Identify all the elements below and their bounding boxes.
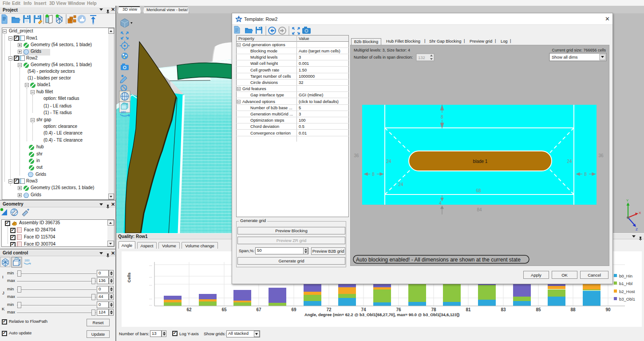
svg-text:90: 90 xyxy=(605,307,611,312)
svg-text:X: X xyxy=(639,211,641,215)
svg-text:360: 360 xyxy=(121,111,126,114)
svg-text:84: 84 xyxy=(477,207,482,212)
svg-text:Angle, degree (min= 62.2 @ b3_: Angle, degree (min= 62.2 @ b3_Obl1[68,27… xyxy=(304,313,459,317)
svg-text:Cells: Cells xyxy=(126,273,131,283)
svg-text:24: 24 xyxy=(567,159,572,164)
svg-text:132: 132 xyxy=(418,55,425,60)
svg-text:8: 8 xyxy=(372,172,375,177)
svg-text:76: 76 xyxy=(396,307,401,312)
svg-text:...: ... xyxy=(149,296,152,300)
svg-text:Multigrid levels: 3, Size fact: Multigrid levels: 3, Size factor: 4 xyxy=(354,48,410,52)
svg-text:68: 68 xyxy=(476,188,481,193)
svg-text:Current grid size: 766656 cell: Current grid size: 766656 cells xyxy=(552,48,606,52)
svg-text:360: 360 xyxy=(24,259,30,262)
svg-text:85: 85 xyxy=(536,307,541,312)
svg-text:36: 36 xyxy=(354,153,359,158)
svg-text:74: 74 xyxy=(361,307,366,312)
svg-text:b2_Host: b2_Host xyxy=(619,289,635,294)
svg-text:36: 36 xyxy=(598,153,604,158)
svg-text:62: 62 xyxy=(186,307,192,312)
svg-text:83: 83 xyxy=(501,307,506,312)
svg-text:69: 69 xyxy=(291,307,296,312)
svg-text:...: ... xyxy=(149,282,152,286)
svg-text:Z: Z xyxy=(636,227,638,231)
svg-text:8: 8 xyxy=(441,115,443,119)
svg-text:b3_Obl1: b3_Obl1 xyxy=(619,297,635,301)
svg-text:72: 72 xyxy=(326,307,332,312)
svg-text:Number of cells in span direct: Number of cells in span direction: xyxy=(354,55,413,59)
svg-text:24: 24 xyxy=(398,182,403,187)
svg-text:...: ... xyxy=(149,302,152,306)
svg-text:24: 24 xyxy=(386,159,391,164)
svg-text:...: ... xyxy=(149,263,152,267)
svg-text:blade 1: blade 1 xyxy=(473,159,488,164)
svg-text:78: 78 xyxy=(431,307,436,312)
svg-text:...: ... xyxy=(149,274,152,278)
svg-text:M: M xyxy=(237,17,241,21)
svg-text:b0_Hin: b0_Hin xyxy=(619,274,632,278)
svg-text:8: 8 xyxy=(584,172,587,177)
svg-text:67: 67 xyxy=(256,307,261,312)
svg-text:81: 81 xyxy=(466,307,471,312)
svg-text:Show all dims: Show all dims xyxy=(552,55,578,59)
svg-text:65: 65 xyxy=(221,307,227,312)
svg-text:88: 88 xyxy=(570,307,576,312)
svg-text:Y: Y xyxy=(626,198,629,202)
svg-text:b1_Hbl: b1_Hbl xyxy=(619,281,632,286)
svg-text:4: 4 xyxy=(439,201,442,206)
svg-text:Auto blocking enabled! - All d: Auto blocking enabled! - All dimensions … xyxy=(356,257,521,263)
